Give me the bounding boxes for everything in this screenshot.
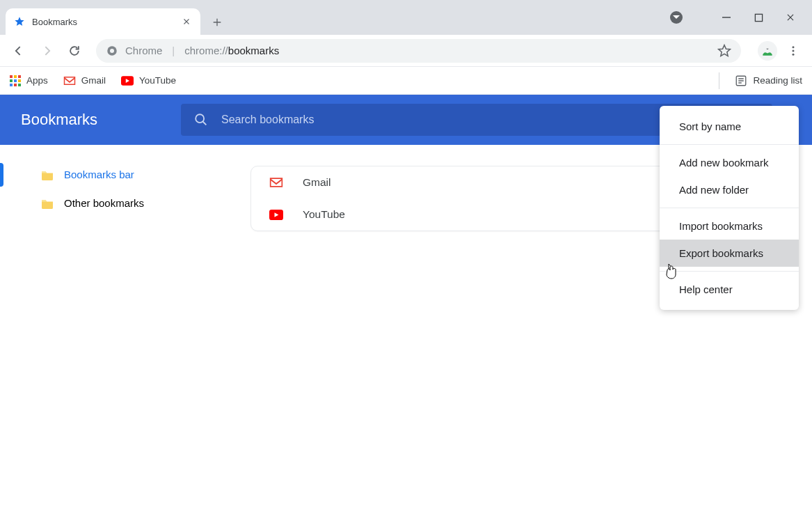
menu-export-bookmarks[interactable]: Export bookmarks — [660, 240, 799, 267]
gmail-icon — [63, 76, 76, 86]
tab-title: Bookmarks — [32, 17, 174, 27]
forward-button[interactable] — [35, 39, 58, 63]
new-tab-button[interactable] — [207, 13, 227, 32]
close-window-button[interactable] — [784, 11, 797, 24]
divider — [719, 72, 719, 89]
divider — [660, 271, 799, 272]
bookmark-label: YouTube — [303, 208, 345, 221]
apps-icon — [10, 75, 21, 86]
svg-point-2 — [110, 49, 114, 53]
bookmark-label: Gmail — [303, 176, 331, 189]
youtube-icon — [269, 210, 283, 220]
youtube-label: YouTube — [139, 75, 176, 86]
youtube-shortcut[interactable]: YouTube — [121, 75, 176, 86]
minimize-button[interactable] — [720, 11, 733, 24]
sidebar-item-bookmarks-bar[interactable]: Bookmarks bar — [0, 160, 250, 189]
url-prefix: Chrome — [125, 45, 162, 56]
back-button[interactable] — [7, 39, 31, 63]
svg-point-4 — [793, 49, 795, 52]
browser-menu-button[interactable] — [781, 39, 805, 63]
menu-sort-by-name[interactable]: Sort by name — [660, 113, 799, 140]
svg-point-5 — [793, 53, 795, 55]
page-title: Bookmarks — [21, 111, 97, 129]
menu-import-bookmarks[interactable]: Import bookmarks — [660, 212, 799, 240]
divider — [660, 208, 799, 208]
divider — [660, 144, 799, 145]
sidebar-item-other-bookmarks[interactable]: Other bookmarks — [0, 189, 250, 217]
search-icon — [193, 112, 209, 127]
tab-strip: Bookmarks — [0, 0, 812, 35]
star-icon — [14, 16, 25, 27]
context-menu: Sort by name Add new bookmark Add new fo… — [660, 106, 799, 310]
folder-icon — [40, 169, 54, 180]
sidebar-item-label: Other bookmarks — [64, 197, 144, 209]
reading-list-icon — [735, 75, 747, 87]
youtube-icon — [121, 76, 134, 86]
menu-add-bookmark[interactable]: Add new bookmark — [660, 149, 799, 176]
browser-toolbar: Chrome | chrome://bookmarks — [0, 35, 812, 67]
window-controls — [670, 0, 812, 35]
menu-help-center[interactable]: Help center — [660, 276, 799, 303]
chrome-icon — [106, 45, 118, 57]
url-path: chrome://bookmarks — [184, 45, 279, 57]
svg-rect-0 — [755, 14, 762, 21]
menu-add-folder[interactable]: Add new folder — [660, 176, 799, 203]
profile-avatar[interactable] — [758, 41, 777, 61]
folder-icon — [40, 198, 54, 209]
browser-tab[interactable]: Bookmarks — [6, 8, 200, 35]
gmail-shortcut[interactable]: Gmail — [63, 75, 106, 86]
maximize-button[interactable] — [752, 11, 765, 24]
bookmarks-bar: Apps Gmail YouTube Reading list — [0, 67, 812, 95]
address-bar[interactable]: Chrome | chrome://bookmarks — [96, 39, 741, 63]
reading-list-button[interactable]: Reading list — [735, 75, 802, 87]
reading-list-label: Reading list — [753, 75, 802, 86]
reload-button[interactable] — [63, 39, 86, 63]
close-icon[interactable] — [181, 16, 192, 27]
extension-badge-icon[interactable] — [670, 11, 683, 24]
svg-point-8 — [196, 114, 204, 123]
sidebar: Bookmarks bar Other bookmarks — [0, 145, 250, 530]
bookmark-star-icon[interactable] — [717, 44, 731, 58]
gmail-icon — [269, 177, 283, 188]
svg-point-3 — [793, 46, 795, 48]
apps-label: Apps — [26, 75, 48, 86]
url-separator: | — [172, 45, 175, 56]
gmail-label: Gmail — [81, 75, 106, 86]
sidebar-item-label: Bookmarks bar — [64, 169, 134, 180]
apps-shortcut[interactable]: Apps — [10, 75, 48, 86]
